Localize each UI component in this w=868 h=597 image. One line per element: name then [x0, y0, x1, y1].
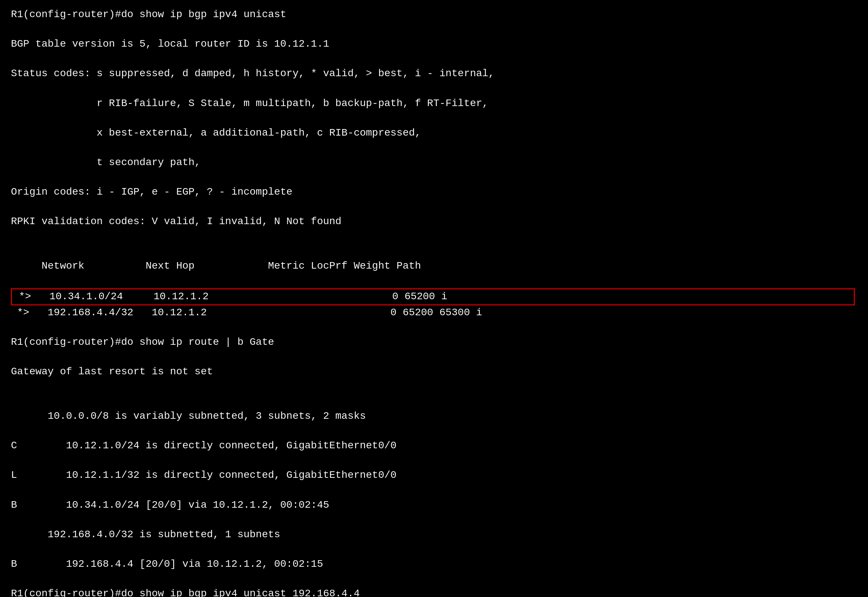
terminal-line: B 192.168.4.4 [20/0] via 10.12.1.2, 00:0…: [11, 557, 857, 572]
terminal-line: Gateway of last resort is not set: [11, 364, 857, 379]
terminal-line: *> 192.168.4.4/32 10.12.1.2 0 65200 6530…: [11, 306, 857, 320]
terminal-line: B 10.34.1.0/24 [20/0] via 10.12.1.2, 00:…: [11, 498, 857, 513]
terminal-line: R1(config-router)#do show ip bgp ipv4 un…: [11, 7, 857, 22]
terminal-line: C 10.12.1.0/24 is directly connected, Gi…: [11, 438, 857, 453]
terminal-line: t secondary path,: [11, 155, 857, 170]
terminal-line: R1(config-router)#do show ip route | b G…: [11, 335, 857, 350]
terminal-line: Network Next Hop Metric LocPrf Weight Pa…: [11, 259, 857, 274]
terminal: R1(config-router)#do show ip bgp ipv4 un…: [11, 7, 857, 597]
terminal-line: RPKI validation codes: V valid, I invali…: [11, 214, 857, 229]
terminal-line: r RIB-failure, S Stale, m multipath, b b…: [11, 96, 857, 111]
terminal-line: BGP table version is 5, local router ID …: [11, 37, 857, 52]
highlighted-row: *> 10.34.1.0/24 10.12.1.2 0 65200 i: [11, 288, 855, 306]
terminal-line: 192.168.4.0/32 is subnetted, 1 subnets: [11, 527, 857, 542]
terminal-line: Origin codes: i - IGP, e - EGP, ? - inco…: [11, 185, 857, 200]
terminal-line: Status codes: s suppressed, d damped, h …: [11, 66, 857, 81]
terminal-line: 10.0.0.0/8 is variably subnetted, 3 subn…: [11, 409, 857, 424]
terminal-line: R1(config-router)#do show ip bgp ipv4 un…: [11, 587, 857, 597]
empty-line: [11, 244, 857, 259]
terminal-line: L 10.12.1.1/32 is directly connected, Gi…: [11, 468, 857, 483]
terminal-line: x best-external, a additional-path, c RI…: [11, 126, 857, 141]
empty-line: [11, 394, 857, 409]
